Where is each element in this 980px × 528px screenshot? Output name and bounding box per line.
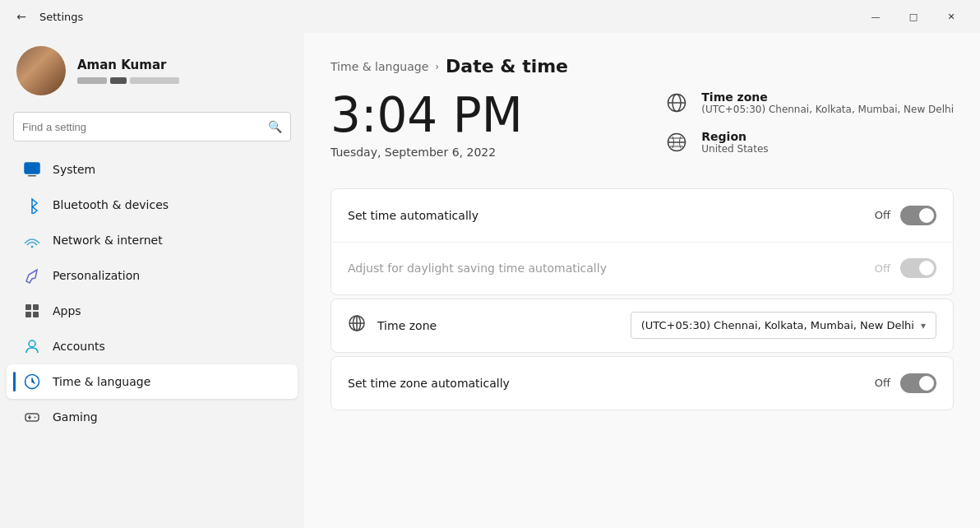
bar-seg-1 [77, 77, 107, 84]
toggle-knob [919, 208, 934, 223]
time-icon [23, 373, 41, 391]
gaming-icon [23, 408, 41, 426]
user-info: Aman Kumar [77, 58, 179, 84]
region-card-title: Region [701, 130, 768, 143]
set-tz-auto-right: Off [875, 373, 936, 393]
sidebar-label-system: System [53, 163, 95, 176]
avatar-image [16, 46, 66, 95]
timezone-card-text: Time zone (UTC+05:30) Chennai, Kolkata, … [701, 90, 954, 115]
breadcrumb-current: Date & time [446, 56, 568, 76]
sidebar-label-gaming: Gaming [53, 410, 98, 424]
sidebar-item-network[interactable]: Network & internet [7, 223, 298, 257]
avatar [16, 46, 66, 95]
daylight-state: Off [875, 262, 890, 275]
accounts-icon [23, 337, 41, 355]
current-time: 3:04 PM [331, 90, 523, 142]
breadcrumb-parent[interactable]: Time & language [331, 60, 428, 73]
svg-rect-0 [25, 163, 39, 174]
set-tz-auto-state: Off [875, 377, 890, 389]
personalization-icon [23, 266, 41, 285]
time-display: 3:04 PM Tuesday, September 6, 2022 [331, 90, 523, 159]
nav-list: System Bluetooth & devices Network & int… [0, 151, 304, 435]
user-bar [77, 77, 179, 84]
svg-point-2 [31, 246, 34, 248]
set-time-auto-right: Off [875, 206, 936, 225]
sidebar-label-time: Time & language [53, 375, 150, 388]
sidebar-label-network: Network & internet [53, 234, 163, 247]
timezone-label: Time zone [377, 319, 631, 332]
bluetooth-icon [23, 196, 41, 214]
svg-rect-9 [25, 414, 39, 421]
user-name: Aman Kumar [77, 58, 179, 72]
sidebar-item-gaming[interactable]: Gaming [7, 400, 298, 434]
app-title: Settings [39, 11, 83, 23]
sidebar-label-apps: Apps [53, 304, 81, 317]
set-time-auto-toggle[interactable] [900, 206, 936, 225]
current-date: Tuesday, September 6, 2022 [331, 146, 523, 159]
timezone-row-icon [348, 314, 366, 336]
minimize-button[interactable]: — [857, 3, 894, 30]
bar-seg-2 [110, 77, 127, 84]
sidebar-label-bluetooth: Bluetooth & devices [53, 198, 169, 211]
timezone-card-title: Time zone [701, 90, 954, 104]
sidebar-item-accounts[interactable]: Accounts [7, 329, 298, 364]
set-time-auto-label: Set time automatically [348, 209, 875, 222]
maximize-button[interactable]: □ [894, 3, 932, 30]
info-card-region: Region United States [663, 129, 954, 155]
set-tz-auto-label: Set time zone automatically [348, 377, 875, 390]
sidebar-item-time[interactable]: Time & language [7, 364, 298, 399]
system-icon [23, 160, 41, 178]
sidebar-label-accounts: Accounts [53, 340, 105, 353]
back-button[interactable]: ← [10, 5, 33, 28]
network-icon [23, 231, 41, 249]
timezone-row: Time zone (UTC+05:30) Chennai, Kolkata, … [331, 299, 953, 352]
sidebar-item-apps[interactable]: Apps [7, 294, 298, 328]
daylight-right: Off [875, 258, 936, 278]
set-tz-auto-toggle[interactable] [900, 373, 936, 393]
set-tz-auto-row: Set time zone automatically Off [331, 357, 953, 410]
window-controls: — □ ✕ [857, 3, 970, 30]
timezone-value: (UTC+05:30) Chennai, Kolkata, Mumbai, Ne… [641, 319, 914, 331]
daylight-row: Adjust for daylight saving time automati… [331, 242, 953, 294]
content-area: Time & language › Date & time 3:04 PM Tu… [304, 33, 980, 528]
svg-rect-3 [25, 304, 31, 310]
timezone-card-icon [663, 90, 690, 116]
breadcrumb: Time & language › Date & time [331, 56, 954, 76]
daylight-toggle [900, 258, 936, 278]
main-layout: Aman Kumar 🔍 System Bluetooth & devices … [0, 33, 980, 528]
search-input[interactable] [22, 121, 268, 133]
sidebar-label-personalization: Personalization [53, 269, 140, 282]
apps-icon [23, 302, 41, 320]
timezone-dropdown[interactable]: (UTC+05:30) Chennai, Kolkata, Mumbai, Ne… [631, 312, 936, 339]
svg-rect-1 [28, 175, 36, 177]
search-box[interactable]: 🔍 [13, 112, 291, 141]
toggle-knob-3 [919, 376, 934, 391]
close-button[interactable]: ✕ [932, 3, 970, 30]
svg-rect-4 [33, 304, 39, 310]
sidebar-item-bluetooth[interactable]: Bluetooth & devices [7, 188, 298, 222]
timezone-card: Time zone (UTC+05:30) Chennai, Kolkata, … [331, 299, 954, 353]
svg-rect-5 [25, 312, 31, 317]
daylight-label: Adjust for daylight saving time automati… [348, 262, 875, 275]
top-area: 3:04 PM Tuesday, September 6, 2022 Time … [331, 90, 954, 165]
toggle-knob-2 [919, 261, 934, 276]
timezone-card-sub: (UTC+05:30) Chennai, Kolkata, Mumbai, Ne… [701, 104, 954, 115]
region-card-icon [663, 129, 690, 155]
svg-point-7 [29, 340, 35, 347]
user-profile[interactable]: Aman Kumar [0, 33, 304, 109]
set-time-auto-state: Off [875, 209, 890, 221]
set-time-auto-row: Set time automatically Off [331, 189, 953, 242]
search-icon: 🔍 [268, 120, 282, 133]
info-cards: Time zone (UTC+05:30) Chennai, Kolkata, … [663, 90, 954, 155]
titlebar: ← Settings — □ ✕ [0, 0, 980, 33]
sidebar-item-personalization[interactable]: Personalization [7, 258, 298, 293]
info-card-timezone: Time zone (UTC+05:30) Chennai, Kolkata, … [663, 90, 954, 116]
set-tz-auto-card: Set time zone automatically Off [331, 356, 954, 410]
svg-point-12 [35, 417, 36, 419]
sidebar: Aman Kumar 🔍 System Bluetooth & devices … [0, 33, 304, 528]
sidebar-item-system[interactable]: System [7, 152, 298, 187]
region-card-sub: United States [701, 143, 768, 155]
time-settings-card: Set time automatically Off Adjust for da… [331, 188, 954, 295]
timezone-chevron-icon: ▾ [921, 320, 926, 331]
svg-rect-6 [33, 312, 39, 317]
